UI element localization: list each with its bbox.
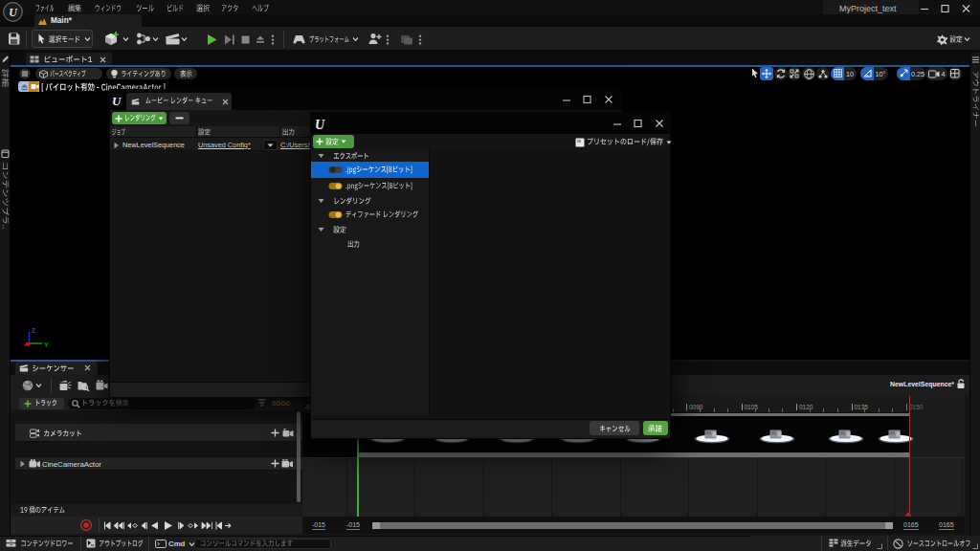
svg-text:U: U <box>315 118 325 132</box>
svg-text:Z: Z <box>32 327 36 334</box>
svg-text:U: U <box>112 94 122 107</box>
svg-text:Y: Y <box>44 342 49 348</box>
svg-text:U: U <box>9 6 18 19</box>
